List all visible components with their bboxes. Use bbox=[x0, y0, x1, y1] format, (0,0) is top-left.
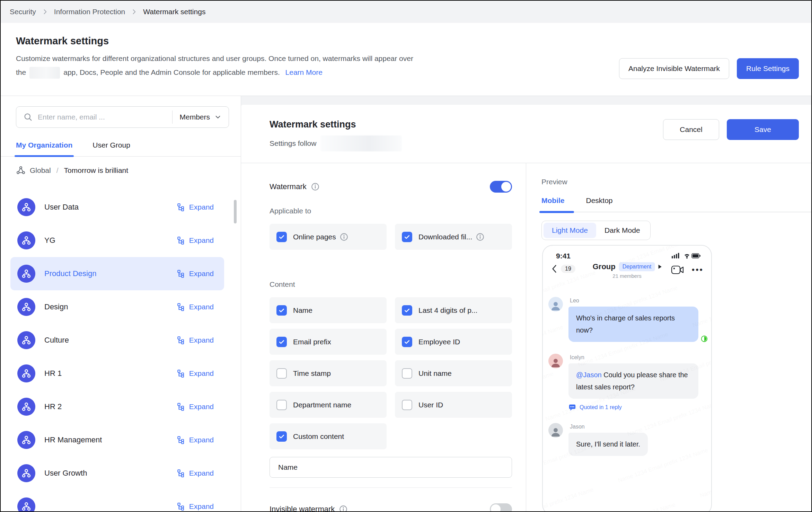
sender-name: Icelyn bbox=[570, 354, 698, 361]
breadcrumb-item[interactable]: Information Protection bbox=[54, 8, 125, 16]
expand-link[interactable]: Expand bbox=[177, 302, 214, 311]
org-item-name: HR 2 bbox=[44, 402, 62, 411]
department-avatar-icon bbox=[17, 464, 35, 482]
content-option[interactable]: Custom content bbox=[270, 423, 387, 449]
org-item-name: User Data bbox=[44, 203, 79, 212]
info-icon[interactable] bbox=[476, 232, 485, 241]
watermark-toggle[interactable] bbox=[490, 181, 512, 193]
mention[interactable]: @Jason bbox=[576, 371, 602, 379]
content-option[interactable]: User ID bbox=[395, 392, 512, 418]
divider bbox=[270, 487, 512, 488]
search-input[interactable] bbox=[38, 113, 172, 121]
settings-pane: Watermark Applicable to Online pages bbox=[241, 163, 526, 511]
applicable-to-label: Applicable to bbox=[270, 207, 512, 215]
video-call-icon bbox=[671, 265, 684, 275]
org-tree-icon bbox=[177, 302, 186, 311]
org-item-name: User Growth bbox=[44, 469, 87, 478]
expand-link[interactable]: Expand bbox=[177, 469, 214, 478]
checkbox-label: Name bbox=[293, 306, 312, 315]
expand-link[interactable]: Expand bbox=[177, 203, 214, 212]
search-scope-dropdown[interactable]: Members bbox=[173, 113, 229, 121]
quoted-replies-link[interactable]: Quoted in 1 reply bbox=[568, 404, 698, 411]
expand-link[interactable]: Expand bbox=[177, 369, 214, 378]
status-icons bbox=[672, 252, 701, 260]
chevron-right-icon bbox=[131, 8, 138, 15]
content-option[interactable]: Unit name bbox=[395, 360, 512, 386]
info-icon[interactable] bbox=[339, 232, 348, 241]
info-icon[interactable] bbox=[311, 182, 320, 191]
analyze-invisible-watermark-button[interactable]: Analyze Invisible Watermark bbox=[619, 58, 729, 79]
dark-mode-button[interactable]: Dark Mode bbox=[596, 223, 648, 238]
expand-link[interactable]: Expand bbox=[177, 435, 214, 444]
invisible-watermark-toggle[interactable] bbox=[490, 503, 512, 511]
invisible-watermark-row: Invisible watermark bbox=[270, 503, 512, 511]
sidebar-scrollbar[interactable] bbox=[234, 200, 237, 223]
invisible-watermark-label: Invisible watermark bbox=[270, 505, 335, 511]
content-option[interactable]: Email prefix bbox=[270, 329, 387, 355]
org-list-item[interactable]: HR Management Expand bbox=[10, 423, 224, 457]
org-list-item[interactable]: Culture Expand bbox=[10, 324, 224, 357]
org-breadcrumb-root[interactable]: Global bbox=[30, 166, 51, 175]
content-option[interactable]: Time stamp bbox=[270, 360, 387, 386]
checkbox-icon bbox=[402, 232, 412, 242]
org-tree-icon bbox=[177, 203, 186, 212]
rule-settings-button[interactable]: Rule Settings bbox=[737, 58, 799, 79]
chat-messages: Leo Who's in charge of sales reports now… bbox=[543, 297, 711, 456]
back-button: 19 bbox=[550, 264, 575, 273]
page-description: Customize watermarks for different organ… bbox=[16, 52, 529, 79]
department-avatar-icon bbox=[17, 231, 35, 249]
tab-my-organization[interactable]: My Organization bbox=[16, 141, 72, 156]
info-icon[interactable] bbox=[339, 505, 348, 511]
breadcrumb-item[interactable]: Security bbox=[10, 8, 36, 16]
org-list-item[interactable]: YG Expand bbox=[10, 224, 224, 257]
tab-user-group[interactable]: User Group bbox=[92, 141, 130, 156]
message-bubble: Sure, I'll send it later. bbox=[568, 433, 648, 456]
light-mode-button[interactable]: Light Mode bbox=[544, 223, 596, 238]
org-sidebar: Members My Organization User Group Globa… bbox=[1, 96, 241, 511]
org-item-name: HR Management bbox=[44, 435, 102, 444]
phone-preview: 9:41 bbox=[542, 245, 712, 511]
checkbox-icon bbox=[276, 305, 287, 316]
unread-count-badge: 19 bbox=[561, 265, 575, 273]
org-list-item[interactable]: HR 1 Expand bbox=[10, 357, 224, 390]
expand-link[interactable]: Expand bbox=[177, 236, 214, 245]
department-avatar-icon bbox=[17, 265, 35, 283]
redacted-app-name bbox=[29, 67, 60, 79]
org-tree-icon bbox=[177, 402, 186, 411]
checkbox-icon bbox=[276, 337, 287, 347]
expand-link[interactable]: Expand bbox=[177, 269, 214, 278]
department-avatar-icon bbox=[17, 497, 35, 511]
checkbox-label: Downloaded fil... bbox=[418, 233, 472, 241]
applicable-option[interactable]: Downloaded fil... bbox=[395, 224, 512, 250]
expand-link[interactable]: Expand bbox=[177, 502, 214, 511]
chevron-down-icon bbox=[214, 113, 222, 121]
custom-content-input[interactable] bbox=[270, 457, 512, 478]
watermark-label: Watermark bbox=[270, 182, 307, 191]
org-list-item[interactable]: HR 2 Expand bbox=[10, 390, 224, 423]
checkbox-icon bbox=[276, 232, 287, 242]
save-button[interactable]: Save bbox=[727, 119, 799, 140]
expand-link[interactable]: Expand bbox=[177, 336, 214, 345]
content-option[interactable]: Name bbox=[270, 297, 387, 323]
org-list-item[interactable]: Design Expand bbox=[10, 290, 224, 324]
org-list-item[interactable]: Product Design Expand bbox=[10, 257, 224, 290]
applicable-option[interactable]: Online pages bbox=[270, 224, 387, 250]
org-list-item[interactable]: User Growth Expand bbox=[10, 457, 224, 490]
checkbox-icon bbox=[402, 400, 412, 410]
avatar bbox=[548, 297, 563, 311]
content-option[interactable]: Last 4 digits of p... bbox=[395, 297, 512, 323]
expand-link[interactable]: Expand bbox=[177, 402, 214, 411]
org-list-item[interactable]: User Data Expand bbox=[10, 191, 224, 224]
preview-title: Preview bbox=[541, 178, 811, 186]
caret-right-icon bbox=[658, 265, 661, 269]
org-list-item[interactable]: Expand bbox=[10, 490, 224, 511]
content-option[interactable]: Employee ID bbox=[395, 329, 512, 355]
cancel-button[interactable]: Cancel bbox=[663, 119, 719, 140]
phone-status-bar: 9:41 bbox=[543, 252, 711, 260]
org-list: User Data Expand YG bbox=[1, 191, 241, 511]
tab-desktop[interactable]: Desktop bbox=[586, 196, 613, 212]
tab-mobile[interactable]: Mobile bbox=[541, 196, 565, 212]
phone-chat-header: 19 Group Department 21 members bbox=[543, 262, 711, 287]
learn-more-link[interactable]: Learn More bbox=[285, 68, 323, 76]
content-option[interactable]: Department name bbox=[270, 392, 387, 418]
